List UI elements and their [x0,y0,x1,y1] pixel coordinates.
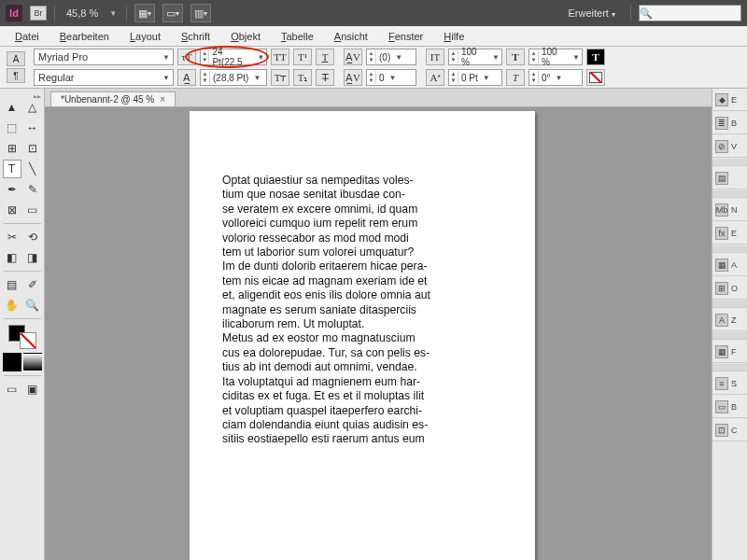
menu-layout[interactable]: Layout [120,28,170,45]
menu-schrift[interactable]: Schrift [172,28,219,45]
right-panel-dock: ◆E≣B⊘V▤MbNfxE▦A⊞OAZ▦F≡S▭B⊡C [712,89,747,560]
zoom-level-display[interactable]: 45,8 % [63,7,102,19]
screen-mode-icon[interactable]: ▭▾ [162,4,183,22]
font-size-field[interactable]: ▲▼ 24 Pt(22.5▼ [200,49,267,65]
line-tool[interactable]: ╲ [23,160,42,178]
tracking-field[interactable]: ▲▼ 0▼ [366,69,416,86]
selection-tool[interactable]: ▲ [3,98,21,117]
arrange-docs-icon[interactable]: ▥▾ [190,4,211,22]
menu-fenster[interactable]: Fenster [379,28,432,45]
dock-panel-6[interactable]: ▦A [712,254,747,276]
bridge-badge-icon[interactable]: Br [30,6,47,21]
dock-panel-8[interactable]: AZ [712,309,747,331]
skew-icon: T [506,69,525,86]
fill-stroke-swatch[interactable] [8,325,36,349]
font-size-icon: τT [177,49,196,65]
app-logo-icon: Id [6,5,22,21]
close-tab-icon[interactable]: × [160,94,165,105]
menu-ansicht[interactable]: Ansicht [325,28,377,45]
note-tool[interactable]: ▤ [3,275,21,294]
workspace-switcher[interactable]: Erweitert ▾ [561,7,623,19]
hand-tool[interactable]: ✋ [3,296,21,315]
skew-field[interactable]: ▲▼ 0°▼ [529,69,583,86]
subscript-button[interactable]: T₁ [293,69,312,86]
smallcaps-button[interactable]: Tᴛ [271,69,289,86]
dock-icon: ⊞ [715,282,728,295]
strikethrough-button[interactable]: T̶ [316,69,334,86]
dock-icon: ▦ [715,259,728,272]
baseline-icon: Aª [426,69,444,86]
apply-gradient-button[interactable] [23,353,42,371]
leading-icon: A̲ [177,69,196,86]
view-options-icon[interactable]: ▦▾ [134,4,155,22]
search-field[interactable]: 🔍 [639,5,741,21]
pencil-tool[interactable]: ✎ [23,180,42,199]
char-fill-icon[interactable]: T [506,49,525,65]
document-area: *Unbenannt-2 @ 45 % × Optat quiaestiur s… [45,89,712,560]
control-panel: A ¶ Myriad Pro▼ τT ▲▼ 24 Pt(22.5▼ TT T¹ … [0,47,747,89]
dock-icon: ≣ [715,117,728,130]
search-icon: 🔍 [640,7,653,20]
char-mode-button[interactable]: A [7,51,25,66]
gradient-feather-tool[interactable]: ◨ [23,248,42,267]
dock-icon: ⊡ [715,424,728,437]
char-stroke-swatch[interactable] [586,69,605,86]
para-mode-button[interactable]: ¶ [7,68,25,83]
superscript-button[interactable]: T¹ [293,49,312,65]
gradient-swatch-tool[interactable]: ◧ [3,248,21,267]
direct-selection-tool[interactable]: △ [23,98,42,117]
document-tab[interactable]: *Unbenannt-2 @ 45 % × [50,91,176,106]
eyedropper-tool[interactable]: ✐ [23,275,42,294]
zoom-tool[interactable]: 🔍 [23,296,42,315]
content-tool[interactable]: ⊞ [3,139,21,158]
page-tool[interactable]: ⬚ [3,119,21,137]
content-place-tool[interactable]: ⊡ [23,139,42,158]
dock-icon: ◆ [715,93,728,106]
leading-field[interactable]: ▲▼ (28,8 Pt)▼ [200,69,267,86]
type-tool[interactable]: T [3,160,21,178]
menu-bearbeiten[interactable]: Bearbeiten [50,28,119,45]
menu-objekt[interactable]: Objekt [221,28,270,45]
page: Optat quiaestiur sa nempeditas voles- ti… [190,111,535,560]
search-input[interactable] [653,7,747,20]
dock-panel-11[interactable]: ▭B [712,396,747,418]
gap-tool[interactable]: ↔ [23,119,42,137]
font-style-combo[interactable]: Regular▼ [34,69,174,86]
dock-panel-3[interactable]: ▤ [712,167,747,189]
preview-view-button[interactable]: ▣ [23,380,42,399]
menu-datei[interactable]: Datei [6,28,49,45]
dock-panel-12[interactable]: ⊡C [712,419,747,441]
hscale-field-alt[interactable]: ▲▼ 100 %▼ [529,49,583,65]
rect-frame-tool[interactable]: ⊠ [3,201,21,219]
underline-button[interactable]: T [316,49,334,65]
char-fill-swatch[interactable]: T [586,49,605,65]
menu-hilfe[interactable]: Hilfe [434,28,473,45]
kerning-field[interactable]: ▲▼ (0)▼ [366,49,416,65]
font-family-combo[interactable]: Myriad Pro▼ [34,49,174,65]
tools-panel: ▸▸ ▲△ ⬚↔ ⊞⊡ T╲ ✒✎ ⊠▭ ✂⟲ ◧◨ ▤✐ ✋🔍 ▭▣ [0,89,45,560]
dock-panel-10[interactable]: ≡S [712,372,747,395]
dock-panel-5[interactable]: fxE [712,222,747,245]
dock-panel-7[interactable]: ⊞O [712,277,747,300]
dock-panel-9[interactable]: ▦F [712,341,747,363]
dock-icon: ▭ [715,400,728,413]
allcaps-button[interactable]: TT [271,49,289,65]
normal-view-button[interactable]: ▭ [3,380,21,399]
body-text-frame[interactable]: Optat quiaestiur sa nempeditas voles- ti… [222,174,488,447]
scissors-tool[interactable]: ✂ [3,228,21,246]
dock-icon: Mb [715,203,728,217]
dock-panel-1[interactable]: ≣B [712,112,747,134]
canvas[interactable]: Optat quiaestiur sa nempeditas voles- ti… [45,107,712,560]
baseline-field[interactable]: ▲▼ 0 Pt▼ [448,69,502,86]
transform-tool[interactable]: ⟲ [23,228,42,246]
dock-panel-4[interactable]: MbN [712,199,747,221]
menu-tabelle[interactable]: Tabelle [272,28,323,45]
kerning-icon: A̲V [344,49,362,65]
rect-tool[interactable]: ▭ [23,201,42,219]
dock-panel-2[interactable]: ⊘V [712,135,747,158]
apply-color-button[interactable] [3,353,21,371]
vscale-field[interactable]: ▲▼ 100 %▼ [448,49,502,65]
dock-panel-0[interactable]: ◆E [712,89,747,111]
pen-tool[interactable]: ✒ [3,180,21,199]
zoom-dropdown-icon[interactable]: ▼ [109,9,119,18]
